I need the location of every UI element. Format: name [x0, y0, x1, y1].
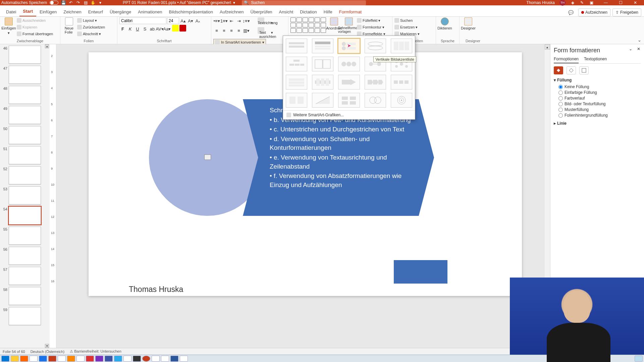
accessibility-status[interactable]: ⚠ Barrierefreiheit: Untersuchen: [70, 349, 121, 354]
thumbnail-slide[interactable]: 46: [1, 46, 49, 64]
fill-option[interactable]: Farbverlauf: [558, 96, 641, 101]
taskbar-telegram-icon[interactable]: [114, 356, 122, 362]
autosave-toggle[interactable]: [50, 1, 58, 5]
save-icon[interactable]: 💾: [61, 0, 66, 5]
font-name-input[interactable]: [119, 17, 166, 24]
taskbar-chrome-icon[interactable]: [30, 356, 38, 362]
thumbnail-slide[interactable]: 52: [1, 166, 49, 184]
format-painter-button[interactable]: Format übertragen: [17, 31, 53, 37]
fill-section-header[interactable]: ▾ Füllung: [554, 78, 641, 82]
find-button[interactable]: Suchen: [394, 17, 420, 23]
cut-button[interactable]: Ausschneiden: [17, 17, 53, 23]
smartart-option[interactable]: [365, 93, 386, 108]
indent-inc-button[interactable]: ⇥: [235, 17, 242, 24]
replace-button[interactable]: Ersetzen▾: [394, 24, 420, 30]
thumbnail-slide[interactable]: 49: [1, 106, 49, 124]
pen-icon[interactable]: ✎: [580, 0, 584, 5]
fill-option[interactable]: Musterfüllung: [558, 107, 641, 112]
pane-tab-text[interactable]: Textoptionen: [584, 57, 607, 63]
smartart-option[interactable]: [286, 57, 307, 71]
tab-aufzeichnen[interactable]: Aufzeichnen: [216, 7, 247, 16]
smartart-option[interactable]: [391, 93, 412, 108]
new-slide-button[interactable]: Neue Folie: [62, 17, 76, 34]
user-avatar[interactable]: TH: [559, 0, 566, 6]
fill-option[interactable]: Keine Füllung: [558, 84, 641, 89]
thumbnail-slide[interactable]: 58: [1, 287, 49, 305]
smartart-option[interactable]: [312, 39, 333, 53]
smartart-option[interactable]: [286, 39, 307, 53]
tab-zeichnen[interactable]: Zeichnen: [60, 7, 85, 16]
taskbar-word-icon[interactable]: [170, 356, 178, 362]
pane-options-icon[interactable]: ⌄: [628, 46, 633, 52]
diamond-icon[interactable]: ◈: [570, 0, 575, 5]
taskbar-app-icon[interactable]: [180, 356, 188, 362]
fill-option[interactable]: Einfarbige Füllung: [558, 90, 641, 95]
smartart-option[interactable]: [365, 39, 386, 53]
taskbar-visio-icon[interactable]: [105, 356, 113, 362]
record-button[interactable]: Aufzeichnen: [578, 8, 610, 16]
thumbnail-slide[interactable]: 54: [1, 206, 49, 225]
tab-formformat[interactable]: Formformat: [336, 7, 365, 16]
align-text-button[interactable]: Text ausrichten▾: [258, 27, 273, 38]
smartart-option[interactable]: [286, 93, 307, 108]
smartart-option[interactable]: [312, 75, 333, 89]
quickstyles-button[interactable]: Schnellformat- vorlagen: [342, 17, 356, 34]
smartart-option-hover[interactable]: Vertikale Bildakzentliste ➤: [338, 39, 360, 53]
taskbar-app-icon[interactable]: [123, 356, 131, 362]
collapse-ribbon-icon[interactable]: ⌄: [635, 36, 644, 44]
taskbar-explorer-icon[interactable]: [11, 356, 19, 362]
font-size-input[interactable]: [167, 17, 179, 24]
thumb-scroll-up-icon[interactable]: ▴: [45, 44, 49, 48]
strike-button[interactable]: S: [142, 25, 148, 32]
window-icon[interactable]: ▣: [589, 0, 594, 5]
slide-canvas[interactable]: 2345678910111213141516 Vertikale Bildakz…: [50, 44, 544, 348]
tab-ueberpruefen[interactable]: Überprüfen: [247, 7, 276, 16]
taskbar-app-icon[interactable]: [86, 356, 94, 362]
indent-dec-button[interactable]: ⇤: [228, 17, 235, 24]
numbering-button[interactable]: 1≡▾: [221, 17, 227, 24]
tab-einfuegen[interactable]: Einfügen: [36, 7, 60, 16]
comments-icon[interactable]: 💬: [566, 9, 576, 16]
bold-button[interactable]: F: [119, 25, 126, 32]
align-left-button[interactable]: ≡: [213, 27, 220, 34]
thumbnail-slide[interactable]: 56: [1, 247, 49, 265]
thumbnail-slide[interactable]: 50: [1, 126, 49, 144]
pane-tab-form[interactable]: Formoptionen: [554, 57, 579, 63]
case-button[interactable]: Aa▾: [164, 25, 170, 32]
thumb-scrollbar[interactable]: ▴ ▾: [45, 44, 49, 348]
tab-dictation[interactable]: Dictation: [297, 7, 320, 16]
underline-button[interactable]: U: [134, 25, 141, 32]
align-justify-button[interactable]: ≡: [235, 27, 242, 34]
shape-rectangle[interactable]: [394, 260, 447, 284]
more-qat-icon[interactable]: ▾: [98, 0, 103, 5]
title-dropdown-icon[interactable]: ▾: [233, 0, 235, 5]
effects-tab-icon[interactable]: [567, 66, 576, 74]
grow-font-icon[interactable]: A▴: [180, 17, 186, 24]
taskbar-firefox-icon[interactable]: [20, 356, 28, 362]
taskbar-app-icon[interactable]: [152, 356, 160, 362]
dictate-button[interactable]: Diktieren: [438, 17, 451, 30]
thumbnail-slide[interactable]: 57: [1, 267, 49, 285]
shrink-font-icon[interactable]: A▾: [187, 17, 194, 24]
undo-icon[interactable]: ↶: [68, 0, 73, 5]
shadow-button[interactable]: ab: [149, 25, 156, 32]
tab-start[interactable]: Start: [19, 7, 36, 16]
taskbar-outlook-icon[interactable]: [39, 356, 47, 362]
columns-button[interactable]: ▥▾: [243, 27, 250, 34]
tab-hilfe[interactable]: Hilfe: [320, 7, 336, 16]
tray-weather-icon[interactable]: [635, 356, 643, 362]
more-smartart-button[interactable]: Weitere SmartArt-Grafiken...: [283, 110, 415, 119]
share-button[interactable]: ⇪Freigeben: [612, 8, 641, 16]
smartart-option[interactable]: [286, 75, 307, 89]
shapes-gallery[interactable]: [290, 17, 326, 33]
taskbar-vlc-icon[interactable]: [67, 356, 75, 362]
image-placeholder-icon[interactable]: [204, 155, 211, 160]
paste-button[interactable]: Einfügen▾: [2, 17, 15, 35]
bullets-button[interactable]: •≡▾: [213, 17, 220, 24]
redo-icon[interactable]: ↷: [76, 0, 80, 5]
touch-icon[interactable]: ✋: [91, 0, 95, 5]
smartart-option[interactable]: [391, 39, 412, 53]
taskbar-onenote-icon[interactable]: [95, 356, 103, 362]
smartart-option[interactable]: [338, 75, 360, 89]
tab-datei[interactable]: Datei: [3, 7, 19, 16]
